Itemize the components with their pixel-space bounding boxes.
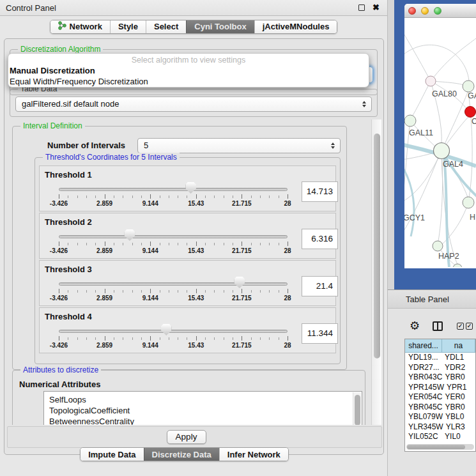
list-scrollbar[interactable] xyxy=(353,392,361,425)
slider-thumb[interactable] xyxy=(124,229,135,241)
cell[interactable]: YBL0 xyxy=(443,412,475,422)
cell[interactable]: YDL1 xyxy=(442,353,475,363)
slider-ticks xyxy=(59,242,288,247)
cell[interactable]: YDR2 xyxy=(442,363,475,373)
threshold-3-row: Threshold 3 -3.4262.8599.14415.4321.7152… xyxy=(39,260,336,306)
cell[interactable]: YIL052C xyxy=(405,432,442,442)
tab-discretize-data[interactable]: Discretize Data xyxy=(144,448,219,461)
settings-scrollbar[interactable] xyxy=(371,119,381,425)
slider-tick-labels: -3.4262.8599.14415.4321.71528 xyxy=(59,200,288,208)
float-window-icon[interactable] xyxy=(358,4,365,11)
table-row[interactable]: YBR045CYBR0 xyxy=(405,403,475,413)
table-row[interactable]: YIL052CYIL0 xyxy=(405,432,475,442)
network-graph: GAL80 GA GAL11 GAL4 GCY1 H HAP2 C xyxy=(404,18,476,267)
tab-jactivemnodules[interactable]: jActiveMNodules xyxy=(254,20,337,33)
minimize-traffic-light-icon[interactable] xyxy=(421,7,429,15)
network-view-window[interactable]: GAL80 GA GAL11 GAL4 GCY1 H HAP2 C xyxy=(394,0,476,289)
table-row[interactable]: YLR345WYLR3 xyxy=(405,422,475,433)
table-horizontal-scrollbar[interactable] xyxy=(406,444,474,450)
table-data-combobox[interactable]: galFiltered.sif default node xyxy=(15,96,372,112)
node-red-selected[interactable] xyxy=(465,107,476,118)
table-row[interactable]: YDR27...YDR2 xyxy=(405,363,475,373)
cell[interactable]: YPR1 xyxy=(444,383,475,393)
control-panel: Control Panel ✖ xyxy=(0,0,388,476)
table-data-group: Table Data galFiltered.sif default node xyxy=(10,89,378,117)
cell[interactable]: YER0 xyxy=(442,392,475,403)
cell[interactable]: YLR3 xyxy=(443,422,475,433)
table-row[interactable]: YPR145WYPR1 xyxy=(405,383,475,393)
cell[interactable]: YIL0 xyxy=(442,432,475,442)
table-row[interactable]: YBL079WYBL0 xyxy=(405,412,475,422)
cell[interactable]: YDL19... xyxy=(405,353,442,363)
network-canvas[interactable]: GAL80 GA GAL11 GAL4 GCY1 H HAP2 C xyxy=(404,18,476,268)
table-row[interactable]: YER054CYER0 xyxy=(405,392,475,403)
tab-select[interactable]: Select xyxy=(146,20,186,33)
slider-track[interactable] xyxy=(59,282,288,286)
node-h[interactable] xyxy=(463,197,474,208)
slider-thumb[interactable] xyxy=(185,182,196,194)
cell[interactable]: YDR27... xyxy=(405,363,442,373)
cell[interactable]: YBR045C xyxy=(405,403,442,413)
settings-viewport: Interval Definition Number of Intervals … xyxy=(8,119,381,425)
table-row[interactable]: YBR043CYBR0 xyxy=(405,372,475,383)
apply-button[interactable]: Apply xyxy=(167,430,206,444)
cell[interactable]: YLR345W xyxy=(405,422,443,433)
node-gal80[interactable] xyxy=(426,76,436,86)
table-row[interactable]: YDL19...YDL1 xyxy=(405,353,475,363)
slider-tick-labels: -3.4262.8599.14415.4321.71528 xyxy=(59,295,288,302)
tab-infer-network[interactable]: Infer Network xyxy=(219,448,288,461)
gear-icon[interactable]: ⚙ xyxy=(410,320,420,332)
bottom-tab-group: Impute Data Discretize Data Infer Networ… xyxy=(80,447,289,461)
node-gal4[interactable] xyxy=(434,143,450,159)
tab-network[interactable]: Network xyxy=(50,20,110,33)
cell[interactable]: YBR043C xyxy=(405,372,442,383)
slider-track[interactable] xyxy=(59,235,288,238)
column-header-name[interactable]: na xyxy=(442,339,475,353)
node-gal11[interactable] xyxy=(404,115,416,127)
tab-style[interactable]: Style xyxy=(110,20,146,33)
numerical-attributes-label: Numerical Attributes xyxy=(19,380,100,389)
table-panel: Table Panel ⚙ ✓ ✓ shared... na YDL19...Y… xyxy=(388,289,476,476)
scrollbar-thumb[interactable] xyxy=(374,134,380,358)
list-item[interactable]: TopologicalCoefficient xyxy=(44,405,362,416)
threshold-3-value-field[interactable]: 21.4 xyxy=(302,276,338,296)
threshold-2-slider: -3.4262.8599.14415.4321.71528 xyxy=(59,213,288,259)
slider-track[interactable] xyxy=(59,188,288,191)
slider-thumb[interactable] xyxy=(161,324,172,335)
cell[interactable]: YBR0 xyxy=(442,403,475,413)
node-label-gal80: GAL80 xyxy=(432,89,457,98)
slider-thumb[interactable] xyxy=(234,277,245,288)
list-item[interactable]: BetweennessCentrality xyxy=(44,416,362,425)
stepper-arrows-icon xyxy=(331,142,335,149)
cell[interactable]: YPR145W xyxy=(405,383,444,393)
algorithm-option-manual[interactable]: Manual Discretization xyxy=(8,65,369,76)
cell[interactable]: YBL079W xyxy=(405,412,443,422)
threshold-1-value-field[interactable]: 14.713 xyxy=(302,181,338,202)
node-top-right[interactable] xyxy=(463,81,474,92)
slider-track[interactable] xyxy=(59,330,288,333)
number-of-intervals-combobox[interactable]: 5 xyxy=(137,138,341,153)
node-hap2[interactable] xyxy=(433,241,443,251)
column-header-shared[interactable]: shared... xyxy=(405,339,442,353)
number-of-intervals-row: Number of Intervals 5 xyxy=(13,138,346,153)
table-header-row: shared... na xyxy=(405,339,475,353)
column-layout-icon[interactable] xyxy=(433,321,443,331)
algorithm-option-equal-width[interactable]: Equal Width/Frequency Discretization xyxy=(8,76,369,87)
cell[interactable]: YER054C xyxy=(405,392,442,403)
checkbox-icon[interactable]: ✓ xyxy=(466,323,473,330)
numerical-attributes-list[interactable]: SelfLoops TopologicalCoefficient Between… xyxy=(43,391,362,425)
tab-network-label: Network xyxy=(70,22,102,31)
cell[interactable]: YBR0 xyxy=(442,372,475,383)
close-icon[interactable]: ✖ xyxy=(372,4,380,11)
tab-impute-data[interactable]: Impute Data xyxy=(81,448,143,461)
tab-cyni-toolbox[interactable]: Cyni Toolbox xyxy=(186,20,254,33)
threshold-4-value-field[interactable]: 11.344 xyxy=(302,323,338,344)
slider-tick-labels: -3.4262.8599.14415.4321.71528 xyxy=(59,342,288,349)
node-label-partial-ga: GA xyxy=(468,91,476,100)
threshold-2-value-field[interactable]: 6.316 xyxy=(302,229,338,249)
zoom-traffic-light-icon[interactable] xyxy=(434,7,441,15)
list-item[interactable]: SelfLoops xyxy=(44,394,362,405)
node-attribute-table[interactable]: shared... na YDL19...YDL1 YDR27...YDR2 Y… xyxy=(404,339,476,452)
checkbox-icon[interactable]: ✓ xyxy=(457,323,464,330)
close-traffic-light-icon[interactable] xyxy=(408,7,416,15)
